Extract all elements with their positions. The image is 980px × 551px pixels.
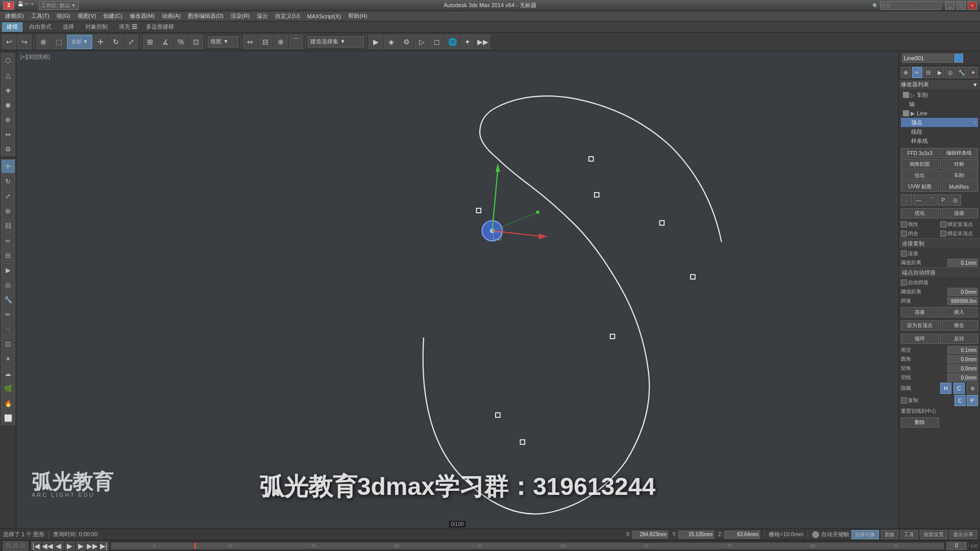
lt-move-tool[interactable]: ✛ — [1, 159, 15, 173]
mod-item-spline[interactable]: 样条线 — [901, 136, 978, 145]
layer-button[interactable]: ⊕ — [274, 35, 288, 49]
lt-hierarchy[interactable]: ⊟ — [1, 248, 15, 262]
mod-item-axis[interactable]: 轴 — [901, 99, 978, 109]
mod-item-vertex[interactable]: 顶点 :: — [901, 118, 978, 127]
render-button[interactable]: ▷ — [414, 35, 429, 49]
menu-modeling[interactable]: 建模(E) — [2, 12, 27, 21]
render-setup-button[interactable]: ⚙ — [399, 35, 413, 49]
status-panel-btn[interactable]: 面板 — [881, 530, 898, 539]
view-dropdown[interactable]: 视图 ▼ — [208, 36, 238, 47]
mod-eye-lathe[interactable] — [903, 92, 909, 98]
menu-cloud[interactable]: 溢云 — [254, 12, 271, 21]
lt-utilities[interactable]: 🔧 — [1, 292, 15, 307]
selection-field[interactable]: 建造选择集 ▼ — [308, 36, 364, 47]
lt-ground[interactable]: ⬜ — [1, 411, 15, 425]
render-last-button[interactable]: ▶▶ — [476, 35, 490, 49]
rp-tab-display[interactable]: ◎ — [945, 67, 955, 78]
rp-btn-fuse[interactable]: 熔合 — [940, 320, 978, 331]
object-color-box[interactable] — [954, 54, 963, 63]
menu-maxscript[interactable]: MAXScript(X) — [304, 12, 345, 21]
render-type-button[interactable]: ◻ — [430, 35, 444, 49]
sub-tb-select[interactable]: 选择 — [58, 22, 79, 32]
timeline-frame-input[interactable] — [946, 542, 967, 550]
status-y-input[interactable] — [678, 531, 714, 539]
rp-modifier-list-dropdown[interactable]: ▼ — [972, 82, 978, 88]
menu-render[interactable]: 渲染(R) — [228, 12, 253, 21]
rp-btn-optimize[interactable]: 优化 — [901, 208, 939, 218]
rp-btn-delete[interactable]: 删除 — [901, 417, 939, 428]
rp-input-intersect[interactable] — [947, 346, 978, 354]
status-exit-btn[interactable]: 退出分享 — [949, 530, 977, 539]
sub-tb-object-ctrl[interactable]: 对象控制 — [81, 22, 112, 32]
rp-cb-bind-vertex[interactable] — [940, 221, 946, 228]
rp-icon-param[interactable]: P — [938, 194, 949, 206]
rp-tab-motion[interactable]: ▶ — [935, 67, 945, 78]
lt-isolate[interactable]: ⊡ — [1, 337, 15, 351]
rp-btn-lathe[interactable]: 车削 — [940, 170, 978, 181]
rp-input-chamfer[interactable] — [947, 364, 978, 372]
lt-cloud[interactable]: ☁ — [1, 366, 15, 381]
timeline-play[interactable]: ▶ — [65, 541, 75, 550]
rp-cb-auto-weld[interactable] — [901, 280, 907, 286]
timeline-next-key[interactable]: ▶▶ — [87, 541, 97, 550]
menu-create[interactable]: 创建(C) — [100, 12, 125, 21]
rp-icon-hide-toggle[interactable]: H — [940, 383, 951, 394]
curve-editor-button[interactable]: ⌒ — [289, 35, 303, 49]
lt-sun[interactable]: ☀ — [1, 352, 15, 366]
timeline-prev-key[interactable]: ◀◀ — [42, 541, 53, 550]
menu-animation[interactable]: 动画(A) — [159, 12, 184, 21]
main-viewport[interactable]: [+][前][线框] — [16, 51, 898, 529]
lt-cameras[interactable]: ◉ — [1, 97, 15, 112]
timeline-track[interactable]: 0 10 20 30 40 50 60 70 80 90 — [111, 542, 944, 549]
timeline-goto-end[interactable]: ▶| — [99, 541, 109, 550]
align-button[interactable]: ⊟ — [258, 35, 273, 49]
maximize-button[interactable]: □ — [957, 2, 966, 10]
lt-scatter[interactable]: ⁖ — [1, 322, 15, 336]
status-screen-btn[interactable]: 画面设置 — [920, 530, 947, 539]
mod-eye-line[interactable] — [903, 110, 909, 116]
spinner-snap[interactable]: ⊡ — [189, 35, 203, 49]
lt-create-geometry[interactable]: ⬡ — [1, 53, 15, 67]
rp-input-auto-threshold[interactable] — [947, 288, 978, 296]
rp-btn-extrude[interactable]: 拉出 — [901, 170, 939, 181]
sub-tb-modeling[interactable]: 建模 — [2, 22, 22, 32]
lt-link[interactable]: ⛓ — [1, 218, 15, 233]
percent-snap[interactable]: % — [174, 35, 188, 49]
snap-toggle[interactable]: ⊞ — [143, 35, 157, 49]
rp-btn-reverse[interactable]: 反转 — [940, 334, 978, 344]
render-effect-button[interactable]: ✦ — [460, 35, 475, 49]
app-icon[interactable]: 3 — [3, 2, 14, 10]
menu-modifier[interactable]: 修改器(M) — [127, 12, 158, 21]
mod-item-segment[interactable]: 线段 — [901, 127, 978, 136]
sub-tb-fill[interactable]: 填充 ☰ — [114, 22, 142, 32]
select-scale-button[interactable]: ⤢ — [124, 35, 138, 49]
material-editor-button[interactable]: ◈ — [384, 35, 398, 49]
lt-select-tool[interactable]: ⊕ — [1, 204, 15, 218]
lt-rotate-tool[interactable]: ↻ — [1, 174, 15, 188]
object-name-input[interactable] — [902, 54, 953, 63]
timeline-prev-frame[interactable]: ◀ — [54, 541, 64, 550]
close-button[interactable]: ✕ — [968, 2, 977, 10]
select-rotate-button[interactable]: ↻ — [109, 35, 123, 49]
select-region-button[interactable]: ⬚ — [52, 35, 66, 49]
selection-filter-dropdown[interactable]: 全部 ▼ — [67, 35, 92, 49]
rp-input-threshold[interactable] — [947, 259, 978, 267]
render-env-button[interactable]: 🌐 — [445, 35, 459, 49]
rp-tab-modify[interactable]: ✏ — [912, 67, 922, 78]
named-selection-button[interactable]: ▶ — [369, 35, 383, 49]
rp-btn-multires[interactable]: MultiRes — [940, 182, 978, 192]
rp-btn-make-first[interactable]: 设为首顶点 — [901, 320, 939, 331]
rp-btn-connect3[interactable]: 连接 — [901, 307, 939, 317]
timeline-goto-start[interactable]: |◀ — [31, 541, 41, 550]
rp-icon-paste[interactable]: P — [967, 395, 978, 406]
minimize-button[interactable]: _ — [945, 2, 954, 10]
rp-btn-insert[interactable]: 插入 — [940, 307, 978, 317]
angle-snap[interactable]: ∡ — [158, 35, 173, 49]
rp-icon-copy2[interactable]: C — [954, 395, 966, 406]
redo-button[interactable]: ↪ — [17, 35, 32, 49]
lt-systems[interactable]: ⚙ — [1, 142, 15, 156]
rp-icon-extra1[interactable]: ⊕ — [967, 383, 978, 394]
lt-motion[interactable]: ▶ — [1, 263, 15, 277]
lt-scale-tool[interactable]: ⤢ — [1, 189, 15, 203]
rp-btn-cycle[interactable]: 循环 — [901, 334, 939, 344]
